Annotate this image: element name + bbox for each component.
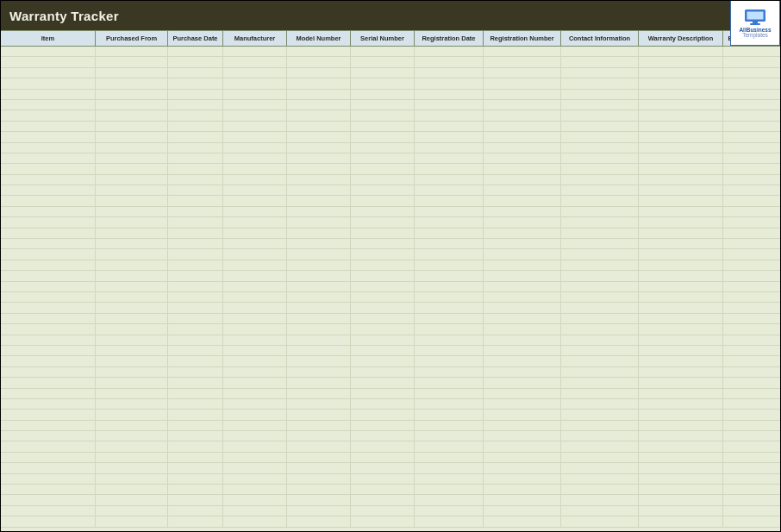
cell[interactable]	[351, 516, 415, 526]
cell[interactable]	[351, 356, 415, 366]
cell[interactable]	[223, 431, 287, 441]
cell[interactable]	[484, 463, 561, 473]
cell[interactable]	[561, 335, 639, 345]
cell[interactable]	[723, 185, 780, 195]
cell[interactable]	[1, 185, 96, 195]
cell[interactable]	[484, 90, 561, 99]
cell[interactable]	[168, 421, 223, 430]
cell[interactable]	[168, 239, 223, 248]
cell[interactable]	[561, 68, 639, 78]
cell[interactable]	[561, 175, 639, 185]
cell[interactable]	[96, 367, 168, 377]
cell[interactable]	[96, 78, 168, 88]
cell[interactable]	[484, 57, 561, 66]
cell[interactable]	[287, 399, 351, 409]
cell[interactable]	[168, 175, 223, 185]
cell[interactable]	[561, 57, 639, 66]
cell[interactable]	[561, 228, 639, 238]
cell[interactable]	[415, 495, 484, 504]
cell[interactable]	[287, 57, 351, 66]
cell[interactable]	[96, 110, 168, 120]
cell[interactable]	[415, 132, 484, 141]
cell[interactable]	[1, 260, 96, 270]
cell[interactable]	[484, 421, 561, 430]
cell[interactable]	[351, 239, 415, 248]
cell[interactable]	[639, 324, 723, 334]
cell[interactable]	[415, 485, 484, 494]
cell[interactable]	[484, 495, 561, 504]
cell[interactable]	[723, 164, 780, 173]
cell[interactable]	[287, 516, 351, 526]
cell[interactable]	[484, 228, 561, 238]
cell[interactable]	[287, 68, 351, 78]
cell[interactable]	[351, 217, 415, 227]
cell[interactable]	[1, 378, 96, 387]
cell[interactable]	[484, 453, 561, 462]
cell[interactable]	[1, 463, 96, 473]
cell[interactable]	[639, 516, 723, 526]
cell[interactable]	[639, 282, 723, 291]
cell[interactable]	[351, 282, 415, 291]
cell[interactable]	[639, 367, 723, 377]
cell[interactable]	[484, 378, 561, 387]
cell[interactable]	[223, 441, 287, 451]
cell[interactable]	[484, 260, 561, 270]
cell[interactable]	[287, 335, 351, 345]
cell[interactable]	[561, 271, 639, 280]
cell[interactable]	[484, 207, 561, 216]
cell[interactable]	[639, 495, 723, 504]
cell[interactable]	[168, 516, 223, 526]
cell[interactable]	[639, 441, 723, 451]
cell[interactable]	[723, 282, 780, 291]
cell[interactable]	[168, 485, 223, 494]
cell[interactable]	[561, 164, 639, 173]
cell[interactable]	[484, 175, 561, 185]
cell[interactable]	[96, 378, 168, 387]
cell[interactable]	[168, 185, 223, 195]
cell[interactable]	[287, 90, 351, 99]
cell[interactable]	[96, 217, 168, 227]
cell[interactable]	[96, 68, 168, 78]
cell[interactable]	[223, 346, 287, 355]
cell[interactable]	[415, 78, 484, 88]
cell[interactable]	[96, 303, 168, 312]
cell[interactable]	[351, 346, 415, 355]
cell[interactable]	[484, 410, 561, 419]
cell[interactable]	[287, 249, 351, 259]
cell[interactable]	[287, 271, 351, 280]
cell[interactable]	[561, 185, 639, 195]
cell[interactable]	[351, 110, 415, 120]
cell[interactable]	[484, 271, 561, 280]
cell[interactable]	[223, 324, 287, 334]
cell[interactable]	[223, 143, 287, 153]
cell[interactable]	[1, 175, 96, 185]
cell[interactable]	[723, 143, 780, 153]
cell[interactable]	[96, 314, 168, 323]
cell[interactable]	[287, 324, 351, 334]
cell[interactable]	[96, 453, 168, 462]
cell[interactable]	[639, 431, 723, 441]
cell[interactable]	[723, 485, 780, 494]
cell[interactable]	[223, 367, 287, 377]
cell[interactable]	[287, 292, 351, 302]
cell[interactable]	[223, 506, 287, 516]
cell[interactable]	[287, 282, 351, 291]
cell[interactable]	[351, 153, 415, 163]
cell[interactable]	[223, 153, 287, 163]
cell[interactable]	[415, 367, 484, 377]
cell[interactable]	[168, 431, 223, 441]
cell[interactable]	[484, 292, 561, 302]
col-header-purchased-from[interactable]: Purchased From	[96, 31, 168, 46]
cell[interactable]	[96, 282, 168, 291]
cell[interactable]	[223, 356, 287, 366]
cell[interactable]	[723, 463, 780, 473]
cell[interactable]	[1, 421, 96, 430]
cell[interactable]	[287, 441, 351, 451]
cell[interactable]	[351, 421, 415, 430]
cell[interactable]	[287, 463, 351, 473]
cell[interactable]	[351, 389, 415, 398]
cell[interactable]	[96, 506, 168, 516]
cell[interactable]	[1, 441, 96, 451]
cell[interactable]	[96, 431, 168, 441]
cell[interactable]	[351, 453, 415, 462]
